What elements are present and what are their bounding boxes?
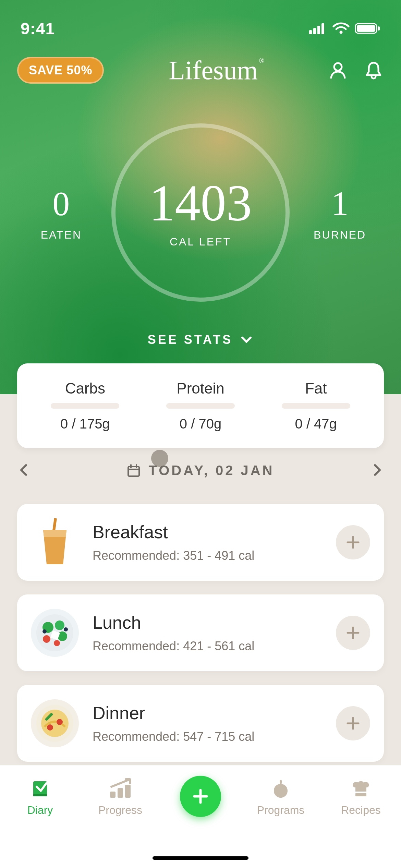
top-actions [328, 60, 384, 81]
svg-point-16 [43, 635, 50, 643]
brand-text: Lifesum [169, 55, 258, 85]
meals-list: Breakfast Recommended: 351 - 491 cal Lun… [17, 504, 384, 762]
svg-rect-27 [118, 788, 123, 798]
tab-diary[interactable]: Diary [0, 778, 80, 817]
chevron-down-icon [240, 333, 253, 347]
prev-day-button[interactable] [17, 463, 31, 478]
svg-point-21 [41, 710, 69, 737]
apple-icon [270, 778, 292, 800]
progress-ring [111, 123, 290, 302]
date-display[interactable]: TODAY, 02 JAN [126, 463, 274, 478]
see-stats-label: SEE STATS [148, 333, 233, 347]
profile-button[interactable] [328, 60, 348, 81]
add-breakfast-button[interactable] [336, 525, 370, 559]
svg-rect-25 [33, 794, 47, 796]
eaten-value: 0 [16, 184, 106, 223]
tab-programs[interactable]: Programs [241, 778, 321, 817]
meal-subtitle: Recommended: 547 - 715 cal [93, 730, 322, 744]
plus-icon [191, 787, 210, 806]
status-bar: 9:41 [0, 0, 401, 41]
calories-ring[interactable]: 1403 CAL LEFT [111, 123, 290, 302]
tab-label: Recipes [341, 804, 381, 817]
tab-bar: Diary Progress Programs Recipes [0, 765, 401, 868]
tab-add[interactable] [160, 778, 241, 817]
chevron-left-icon [17, 463, 31, 477]
plus-icon [345, 535, 361, 550]
macro-protein: Protein 0 / 70g [143, 380, 258, 432]
bell-icon [364, 61, 383, 80]
macro-carbs: Carbs 0 / 175g [27, 380, 143, 432]
notifications-button[interactable] [363, 60, 384, 81]
wifi-icon [332, 22, 350, 35]
top-bar: SAVE 50% Lifesum® [0, 41, 401, 86]
calendar-icon [126, 463, 141, 478]
macro-progress-bar [282, 403, 350, 409]
meal-title: Dinner [93, 703, 322, 723]
svg-point-17 [54, 640, 60, 646]
plus-icon [345, 716, 361, 731]
meal-image [31, 609, 79, 657]
svg-rect-0 [309, 30, 312, 34]
drink-cup-icon [34, 518, 75, 566]
meal-image [31, 699, 79, 747]
svg-point-13 [55, 620, 64, 630]
home-indicator[interactable] [153, 856, 248, 860]
progress-icon [108, 778, 133, 800]
meal-card-lunch[interactable]: Lunch Recommended: 421 - 561 cal [17, 594, 384, 671]
meal-image [31, 518, 79, 566]
status-icons [309, 22, 380, 35]
tab-label: Programs [257, 804, 305, 817]
meal-card-breakfast[interactable]: Breakfast Recommended: 351 - 491 cal [17, 504, 384, 581]
burned-stat: 1 BURNED [295, 184, 385, 241]
meal-subtitle: Recommended: 351 - 491 cal [93, 548, 322, 563]
svg-point-23 [57, 719, 63, 725]
add-button[interactable] [180, 776, 221, 817]
macro-name: Protein [143, 380, 258, 397]
salad-bowl-icon [34, 612, 75, 653]
tab-label: Progress [98, 804, 142, 817]
burned-value: 1 [295, 184, 385, 223]
meal-title: Lunch [93, 612, 322, 633]
tab-progress[interactable]: Progress [80, 778, 160, 817]
macros-card[interactable]: Carbs 0 / 175g Protein 0 / 70g Fat 0 / 4… [17, 363, 384, 448]
svg-rect-28 [125, 785, 131, 798]
see-stats-button[interactable]: SEE STATS [0, 333, 401, 347]
macro-value: 0 / 47g [258, 416, 374, 432]
add-lunch-button[interactable] [336, 616, 370, 650]
meal-card-dinner[interactable]: Dinner Recommended: 547 - 715 cal [17, 685, 384, 762]
svg-point-18 [42, 629, 47, 634]
macro-progress-bar [166, 403, 235, 409]
eaten-stat: 0 EATEN [16, 184, 106, 241]
pasta-plate-icon [34, 703, 75, 744]
burned-label: BURNED [295, 229, 385, 241]
chevron-right-icon [370, 463, 384, 477]
tab-label: Diary [27, 804, 53, 817]
meal-subtitle: Recommended: 421 - 561 cal [93, 639, 322, 653]
svg-point-22 [47, 724, 53, 731]
promo-pill[interactable]: SAVE 50% [17, 57, 104, 84]
add-dinner-button[interactable] [336, 706, 370, 740]
calorie-summary: 0 EATEN 1403 CAL LEFT 1 BURNED [0, 123, 401, 302]
svg-point-19 [64, 627, 68, 631]
svg-rect-2 [317, 26, 320, 34]
macro-name: Fat [258, 380, 374, 397]
macro-progress-bar [51, 403, 119, 409]
svg-rect-6 [357, 25, 375, 32]
battery-icon [355, 23, 380, 34]
svg-rect-3 [321, 23, 324, 34]
macro-value: 0 / 70g [143, 416, 258, 432]
next-day-button[interactable] [370, 463, 384, 478]
cellular-icon [309, 23, 327, 34]
eaten-label: EATEN [16, 229, 106, 241]
brand-logo: Lifesum® [169, 55, 263, 86]
svg-rect-30 [355, 793, 366, 796]
date-label: TODAY, 02 JAN [148, 463, 274, 478]
tab-recipes[interactable]: Recipes [321, 778, 401, 817]
status-time: 9:41 [21, 19, 55, 38]
svg-rect-26 [110, 792, 116, 798]
svg-rect-1 [313, 28, 316, 34]
meal-title: Breakfast [93, 522, 322, 542]
svg-rect-7 [378, 26, 380, 31]
svg-rect-9 [128, 467, 139, 476]
svg-point-8 [334, 63, 342, 71]
